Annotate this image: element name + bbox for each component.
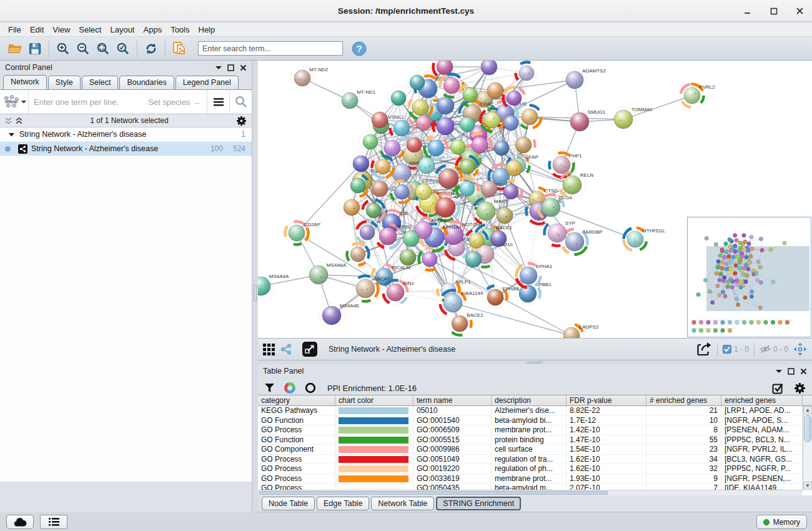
- table-row[interactable]: GO FunctionGO:0005515protein binding1.47…: [258, 435, 812, 445]
- filter-icon[interactable]: [264, 383, 275, 393]
- scrollbar-thumb[interactable]: [804, 415, 811, 442]
- set-species-label[interactable]: Set species →: [148, 97, 207, 107]
- zoom-fit-button[interactable]: [93, 39, 113, 58]
- network-collection-row[interactable]: String Network - Alzheimer's disease 1: [0, 127, 252, 142]
- ring-chart-icon[interactable]: [305, 382, 316, 394]
- tab-select[interactable]: Select: [82, 76, 119, 89]
- network-node[interactable]: CD2AP: [285, 221, 320, 244]
- tab-style[interactable]: Style: [48, 76, 81, 89]
- column-header-enriched-genes[interactable]: enriched genes: [721, 395, 803, 405]
- navigate-crosshair-icon[interactable]: [793, 342, 807, 356]
- expand-all-icon[interactable]: [16, 117, 22, 124]
- network-node[interactable]: [363, 200, 385, 222]
- detach-view-button[interactable]: [302, 342, 317, 357]
- network-node[interactable]: MS4A4A: [258, 274, 289, 299]
- network-node[interactable]: [518, 105, 542, 128]
- close-button[interactable]: [795, 6, 806, 17]
- save-session-button[interactable]: [25, 39, 45, 58]
- network-row-selected[interactable]: String Network - Alzheimer's disease 100…: [0, 142, 252, 156]
- network-node[interactable]: [372, 156, 394, 177]
- network-node[interactable]: [500, 181, 522, 203]
- network-node[interactable]: TOMM40: [611, 107, 653, 132]
- network-node[interactable]: [388, 87, 410, 109]
- cloud-button[interactable]: [6, 515, 34, 529]
- table-row[interactable]: GO ProcessGO:0051049regulation of tra...…: [258, 455, 812, 465]
- network-node[interactable]: BACE2: [448, 312, 484, 335]
- network-node[interactable]: [515, 62, 537, 84]
- task-history-button[interactable]: [40, 515, 67, 529]
- gear-icon[interactable]: [236, 116, 247, 126]
- collapse-all-icon[interactable]: [5, 117, 12, 124]
- network-node[interactable]: MTHFD1L: [624, 228, 666, 251]
- string-query-input[interactable]: [29, 97, 148, 107]
- menu-item-apps[interactable]: Apps: [139, 24, 167, 36]
- vertical-scrollbar[interactable]: ▲ ▼: [803, 406, 812, 490]
- network-node[interactable]: MT-ND1: [339, 89, 376, 112]
- tab-edge-table[interactable]: Edge Table: [317, 497, 369, 510]
- network-node[interactable]: [409, 96, 432, 119]
- table-row[interactable]: GO ProcessGO:0006509membrane prot...1.42…: [258, 425, 812, 435]
- search-input[interactable]: [198, 41, 343, 56]
- panel-float-icon[interactable]: [788, 368, 795, 375]
- export-network-button[interactable]: [696, 341, 712, 357]
- minimize-button[interactable]: [742, 6, 753, 17]
- memory-button[interactable]: Memory: [756, 515, 807, 529]
- scroll-up-arrow[interactable]: ▲: [803, 406, 812, 414]
- network-node[interactable]: [415, 154, 438, 177]
- tab-network[interactable]: Network: [3, 75, 47, 89]
- tree-expand-icon[interactable]: [9, 132, 14, 137]
- menu-item-file[interactable]: File: [4, 24, 26, 36]
- vertical-splitter[interactable]: [252, 61, 258, 512]
- network-node[interactable]: RELN: [560, 172, 594, 198]
- horizontal-scrollbar[interactable]: [258, 490, 803, 495]
- menu-item-view[interactable]: View: [48, 24, 74, 36]
- birds-eye-view[interactable]: [687, 217, 811, 337]
- menu-item-help[interactable]: Help: [194, 24, 220, 36]
- network-share-blue-icon[interactable]: [280, 343, 292, 355]
- table-row[interactable]: GO ProcessGO:0033619membrane prot...1.93…: [258, 474, 812, 484]
- tab-legend-panel[interactable]: Legend Panel: [176, 76, 239, 89]
- menu-item-select[interactable]: Select: [74, 24, 106, 36]
- column-header-category[interactable]: category: [258, 395, 335, 405]
- menu-item-layout[interactable]: Layout: [106, 24, 139, 36]
- column-header-term-name[interactable]: term name: [413, 395, 492, 405]
- network-node[interactable]: PVRL2: [681, 84, 716, 107]
- help-button[interactable]: ?: [352, 41, 367, 56]
- string-options-button[interactable]: [207, 90, 229, 114]
- network-node[interactable]: CADPS2: [560, 324, 599, 339]
- network-node[interactable]: [503, 87, 525, 109]
- network-node[interactable]: MT-ND2: [291, 67, 329, 90]
- network-node[interactable]: [340, 196, 364, 219]
- network-node[interactable]: ADAMTS2: [563, 68, 607, 92]
- scrollbar-thumb[interactable]: [259, 491, 608, 495]
- network-node[interactable]: BIN1: [384, 280, 415, 305]
- network-node[interactable]: [478, 61, 501, 79]
- column-header-chart-color[interactable]: chart color: [335, 395, 413, 405]
- network-canvas[interactable]: MT-ND2MT-ND1VSNL1GAB2ADAMTS2PVRL2SMUG1TO…: [258, 61, 812, 338]
- grid-view-icon[interactable]: [263, 344, 275, 355]
- network-node[interactable]: [357, 222, 379, 244]
- chart-donut-icon[interactable]: [284, 382, 296, 394]
- tab-string-enrichment[interactable]: STRING Enrichment: [436, 497, 521, 510]
- network-node[interactable]: MS4A6A: [306, 262, 347, 288]
- table-row[interactable]: GO ProcessGO:0019220regulation of ph...1…: [258, 464, 812, 474]
- zoom-in-button[interactable]: [53, 39, 73, 58]
- network-node[interactable]: SMUG1: [567, 109, 606, 135]
- gear-icon[interactable]: [794, 382, 806, 394]
- string-search-button[interactable]: [229, 90, 252, 114]
- column-header-description[interactable]: description: [492, 395, 567, 405]
- select-rows-icon[interactable]: [772, 382, 784, 394]
- panel-menu-icon[interactable]: [776, 369, 782, 374]
- panel-menu-icon[interactable]: [215, 65, 222, 70]
- network-node[interactable]: [457, 156, 478, 178]
- network-node[interactable]: [424, 137, 447, 160]
- panel-float-icon[interactable]: [227, 64, 234, 71]
- network-node[interactable]: EPHA5: [484, 286, 520, 309]
- tab-network-table[interactable]: Network Table: [371, 497, 434, 510]
- zoom-selected-button[interactable]: [113, 39, 133, 58]
- network-node[interactable]: MS4A4E: [319, 303, 360, 329]
- network-node[interactable]: TARDBP: [562, 229, 603, 255]
- table-row[interactable]: GO FunctionGO:0001540beta-amyloid bi...1…: [258, 416, 812, 426]
- scroll-down-arrow[interactable]: ▼: [803, 482, 812, 490]
- tab-node-table[interactable]: Node Table: [262, 497, 315, 510]
